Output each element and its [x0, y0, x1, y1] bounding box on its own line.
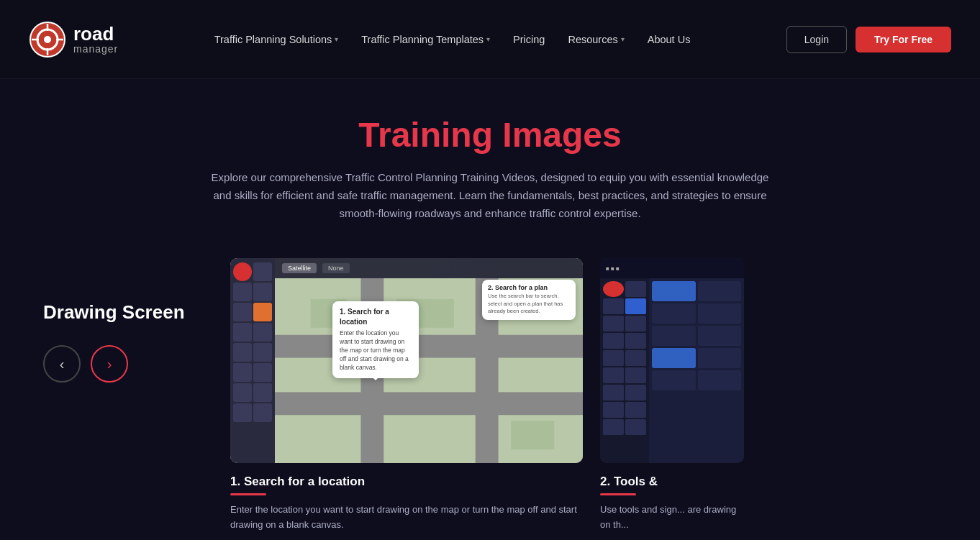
map-top-bar: Satellite None — [275, 258, 583, 278]
tool-icon — [603, 367, 624, 383]
tool-icon — [603, 419, 624, 435]
tool-tile — [652, 326, 696, 346]
logo-road: road — [73, 24, 118, 45]
slide-card-2: ■ ■ ■ — [600, 258, 744, 533]
slide-2-number: 2. Tools & — [600, 475, 744, 489]
tool-icon — [625, 281, 646, 297]
tool-tile — [698, 348, 742, 368]
satellite-tab[interactable]: Satellite — [282, 263, 317, 273]
prev-arrow-button[interactable]: ‹ — [43, 345, 81, 383]
toolbar-icon — [233, 262, 252, 281]
login-button[interactable]: Login — [786, 26, 847, 53]
svg-point-2 — [44, 36, 51, 43]
tool-tile — [652, 281, 696, 301]
toolbar-icon — [233, 403, 252, 422]
try-free-button[interactable]: Try For Free — [856, 27, 951, 52]
page-subtitle: Explore our comprehensive Traffic Contro… — [209, 169, 771, 222]
chevron-left-icon: ‹ — [60, 356, 65, 372]
tool-icon — [625, 298, 646, 314]
nav-about[interactable]: About Us — [638, 28, 701, 51]
toolbar-icon — [253, 303, 272, 321]
tools-mockup: ■ ■ ■ — [600, 258, 744, 463]
tool-icon — [603, 281, 624, 297]
tool-icon — [625, 316, 646, 331]
chevron-right-icon: › — [107, 356, 112, 372]
toolbar-icon — [233, 343, 252, 362]
tool-tile — [652, 303, 696, 324]
slide-1-number: 1. Search for a location — [230, 475, 583, 489]
toolbar-icon — [233, 303, 252, 321]
callout-body: Enter the location you want to start dra… — [340, 329, 412, 372]
svg-rect-4 — [275, 335, 583, 358]
nav-traffic-templates[interactable]: Traffic Planning Templates ▾ — [351, 28, 500, 51]
tools-sidebar — [600, 278, 649, 463]
toolbar-icon — [233, 283, 252, 301]
tool-icon — [603, 350, 624, 366]
chevron-down-icon: ▾ — [335, 35, 338, 43]
tool-icon — [625, 385, 646, 401]
chevron-down-icon: ▾ — [486, 35, 490, 43]
slide-2-divider — [600, 493, 636, 495]
tool-tile — [698, 326, 742, 346]
nav-pricing[interactable]: Pricing — [503, 28, 555, 51]
toolbar-icon — [253, 383, 272, 402]
tool-icon — [603, 316, 624, 331]
slide-1-divider — [230, 493, 266, 495]
slider-section: Drawing Screen ‹ › — [29, 258, 951, 533]
slide-card-1: Satellite None — [230, 258, 583, 533]
nav-actions: Login Try For Free — [786, 26, 951, 53]
slide-image-2: ■ ■ ■ — [600, 258, 744, 463]
page-title: Training Images — [29, 115, 951, 155]
tool-icon — [603, 333, 624, 349]
tool-tile — [652, 348, 696, 368]
slides-container: Satellite None — [230, 258, 937, 533]
callout-title: 1. Search for a location — [340, 307, 412, 327]
main-content: Training Images Explore our comprehensiv… — [0, 79, 980, 540]
tool-tile — [652, 370, 696, 390]
svg-rect-5 — [275, 393, 583, 416]
tool-icon — [603, 385, 624, 401]
tool-tile — [698, 303, 742, 324]
toolbar-icon — [253, 323, 272, 342]
toolbar-icon — [253, 343, 272, 362]
tool-icon — [625, 350, 646, 366]
toolbar-icon — [253, 403, 272, 422]
tool-icon — [625, 402, 646, 418]
slide-1-description: Enter the location you want to start dra… — [230, 503, 583, 533]
tools-main — [600, 278, 744, 463]
toolbar-icon — [233, 363, 252, 382]
tool-tile — [698, 281, 742, 301]
svg-rect-10 — [511, 421, 554, 449]
tools-content — [649, 278, 744, 463]
callout-tooltip-1: 1. Search for a location Enter the locat… — [332, 301, 419, 377]
toolbar-icon — [233, 383, 252, 402]
tool-tile — [698, 370, 742, 390]
slide-image-1: Satellite None — [230, 258, 583, 463]
toolbar-icon — [253, 262, 272, 281]
tool-icon — [625, 419, 646, 435]
navbar: road manager Traffic Planning Solutions … — [0, 0, 980, 79]
logo-manager: manager — [73, 44, 118, 55]
tool-icon — [625, 367, 646, 383]
slider-controls: Drawing Screen ‹ › — [43, 258, 201, 383]
toolbar-icon — [253, 363, 272, 382]
nav-resources[interactable]: Resources ▾ — [558, 28, 634, 51]
map-area: Satellite None — [275, 258, 583, 463]
logo[interactable]: road manager — [29, 21, 118, 58]
none-tab[interactable]: None — [322, 263, 350, 273]
nav-links: Traffic Planning Solutions ▾ Traffic Pla… — [204, 28, 701, 51]
callout-tooltip-2: 2. Search for a plan Use the search bar … — [482, 280, 576, 320]
chevron-down-icon: ▾ — [621, 35, 625, 43]
slider-section-title: Drawing Screen — [43, 301, 201, 324]
tool-icon — [603, 402, 624, 418]
tool-icon — [625, 333, 646, 349]
nav-arrows: ‹ › — [43, 345, 201, 383]
slide-2-description: Use tools and sign... are drawing on th.… — [600, 503, 744, 533]
next-arrow-button[interactable]: › — [91, 345, 128, 383]
nav-traffic-solutions[interactable]: Traffic Planning Solutions ▾ — [204, 28, 349, 51]
tools-top-bar: ■ ■ ■ — [600, 258, 744, 278]
toolbar-icon — [253, 283, 272, 301]
slides-wrapper: Satellite None — [230, 258, 937, 533]
tool-icon — [603, 298, 624, 314]
drawing-mockup: Satellite None — [230, 258, 583, 463]
